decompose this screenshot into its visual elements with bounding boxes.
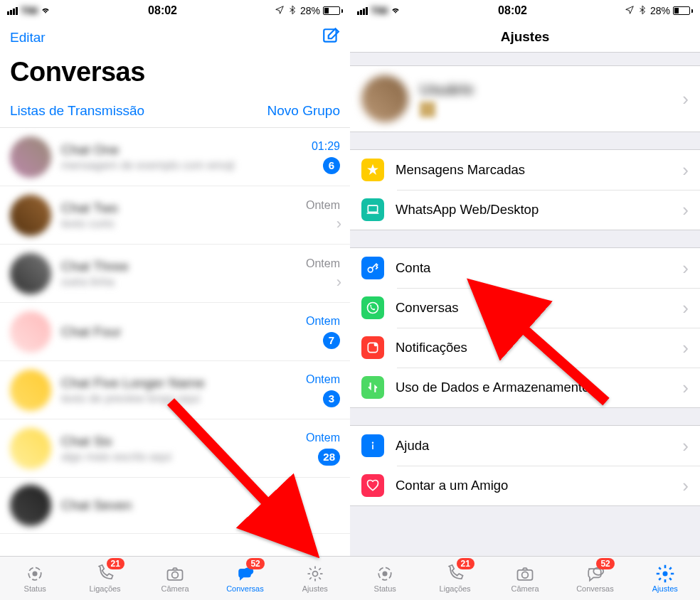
tab-chats[interactable]: 52 Conversas <box>210 557 280 600</box>
chat-preview: mensagem de exemplo com emoji <box>61 159 275 172</box>
tab-label: Ligações <box>440 584 471 593</box>
unread-badge: 3 <box>323 390 340 407</box>
carrier-label: TIM <box>21 5 38 16</box>
settings-list[interactable]: Usuário › Mensagens Marcadas › WhatsApp … <box>350 53 700 556</box>
tab-badge: 21 <box>457 558 474 569</box>
settings-row-tell-friend[interactable]: Contar a um Amigo › <box>350 466 700 505</box>
laptop-icon <box>361 198 384 221</box>
svg-point-20 <box>522 572 529 578</box>
chat-row[interactable]: Chat Two texto curto Ontem › <box>0 186 350 245</box>
svg-rect-8 <box>368 205 377 212</box>
battery-icon <box>323 6 343 15</box>
settings-label: Uso de Dados e Armazenamento <box>396 380 671 395</box>
tab-label: Status <box>374 584 396 593</box>
tab-camera[interactable]: Câmera <box>140 557 210 600</box>
new-group-button[interactable]: Novo Grupo <box>267 103 340 119</box>
settings-row-chats[interactable]: Conversas › <box>350 288 700 328</box>
chat-time: Ontem <box>306 199 340 212</box>
tab-bar: Status 21 Ligações Câmera 52 Conversas A… <box>0 556 350 600</box>
tab-settings[interactable]: Ajustes <box>630 557 700 600</box>
bluetooth-icon <box>637 5 647 17</box>
settings-row-web[interactable]: WhatsApp Web/Desktop › <box>350 190 700 230</box>
edit-button[interactable]: Editar <box>10 30 46 45</box>
chat-preview: algo mais escrito aqui <box>61 451 275 464</box>
settings-label: Conversas <box>396 300 671 316</box>
avatar <box>10 253 51 294</box>
settings-label: Mensagens Marcadas <box>396 162 671 178</box>
battery-icon <box>673 6 693 15</box>
compose-button[interactable] <box>322 27 340 48</box>
settings-label: Contar a um Amigo <box>396 478 671 493</box>
settings-label: WhatsApp Web/Desktop <box>396 202 671 218</box>
tab-status[interactable]: Status <box>0 557 70 600</box>
whatsapp-icon <box>361 296 384 319</box>
tab-badge: 52 <box>596 558 614 569</box>
tab-chats[interactable]: 52 Conversas <box>560 557 630 600</box>
chat-list[interactable]: Chat One mensagem de exemplo com emoji 0… <box>0 128 350 534</box>
avatar <box>10 195 51 236</box>
nav-header: Editar <box>0 21 350 53</box>
chat-row[interactable]: Chat Seven <box>0 478 350 534</box>
tab-badge: 52 <box>246 558 264 569</box>
page-title: Conversas <box>0 53 350 96</box>
bluetooth-icon <box>287 5 297 17</box>
tab-settings[interactable]: Ajustes <box>280 557 350 600</box>
settings-row-account[interactable]: Conta › <box>350 248 700 288</box>
phone-conversas: TIM 08:02 28% Editar Conversas Listas de… <box>0 0 350 600</box>
chevron-right-icon: › <box>682 337 689 359</box>
tab-status[interactable]: Status <box>350 557 420 600</box>
signal-icon <box>7 7 18 15</box>
chat-time: Ontem <box>306 315 340 328</box>
subheader: Listas de Transmissão Novo Grupo <box>0 96 350 128</box>
heart-icon <box>361 474 384 497</box>
chat-row[interactable]: Chat Five Longer Name texto de preview l… <box>0 361 350 419</box>
svg-point-18 <box>383 572 388 577</box>
tab-calls[interactable]: 21 Ligações <box>420 557 489 600</box>
phone-ajustes: TIM 08:02 28% Ajustes Usuário › <box>350 0 700 600</box>
broadcast-lists-button[interactable]: Listas de Transmissão <box>10 103 144 119</box>
chat-row[interactable]: Chat One mensagem de exemplo com emoji 0… <box>0 128 350 186</box>
profile-row[interactable]: Usuário › <box>350 66 700 132</box>
chat-name: Chat Four <box>61 324 275 340</box>
tab-calls[interactable]: 21 Ligações <box>70 557 139 600</box>
clock-label: 08:02 <box>148 4 177 17</box>
svg-rect-15 <box>372 444 373 449</box>
settings-row-notifications[interactable]: Notificações › <box>350 328 700 368</box>
chat-name: Chat One <box>61 142 275 158</box>
chat-preview: texto curto <box>61 218 275 230</box>
chat-row[interactable]: Chat Three outra linha Ontem › <box>0 245 350 303</box>
key-icon <box>361 257 384 279</box>
svg-point-13 <box>374 343 378 346</box>
svg-rect-9 <box>367 213 379 214</box>
wifi-icon <box>41 5 51 17</box>
location-icon <box>275 5 285 17</box>
battery-pct-label: 28% <box>650 5 670 16</box>
chat-row[interactable]: Chat Six algo mais escrito aqui Ontem 28 <box>0 419 350 478</box>
star-icon <box>361 159 384 181</box>
chat-row[interactable]: Chat Four Ontem 7 <box>0 303 350 361</box>
settings-row-help[interactable]: Ajuda › <box>350 426 700 466</box>
tab-label: Conversas <box>226 584 264 593</box>
chat-time: 01:29 <box>312 140 340 153</box>
tab-label: Câmera <box>161 584 189 593</box>
profile-status-icon <box>420 102 435 117</box>
settings-row-data[interactable]: Uso de Dados e Armazenamento › <box>350 368 700 407</box>
unread-badge: 7 <box>323 332 340 349</box>
tab-badge: 21 <box>107 558 124 569</box>
svg-point-11 <box>368 303 378 314</box>
unread-badge: 28 <box>318 449 340 466</box>
data-usage-icon <box>361 376 384 399</box>
chevron-right-icon: › <box>682 435 689 457</box>
wifi-icon <box>391 5 401 17</box>
chat-preview: texto de preview longo aqui <box>61 392 275 405</box>
tab-camera[interactable]: Câmera <box>490 557 560 600</box>
avatar <box>10 311 51 353</box>
chevron-right-icon: › <box>682 475 689 497</box>
settings-label: Ajuda <box>396 438 671 454</box>
settings-row-starred[interactable]: Mensagens Marcadas › <box>350 150 700 190</box>
status-bar: TIM 08:02 28% <box>0 0 350 21</box>
tab-label: Status <box>24 584 46 593</box>
status-bar: TIM 08:02 28% <box>350 0 700 21</box>
tab-label: Conversas <box>576 584 614 593</box>
settings-label: Conta <box>396 260 671 276</box>
